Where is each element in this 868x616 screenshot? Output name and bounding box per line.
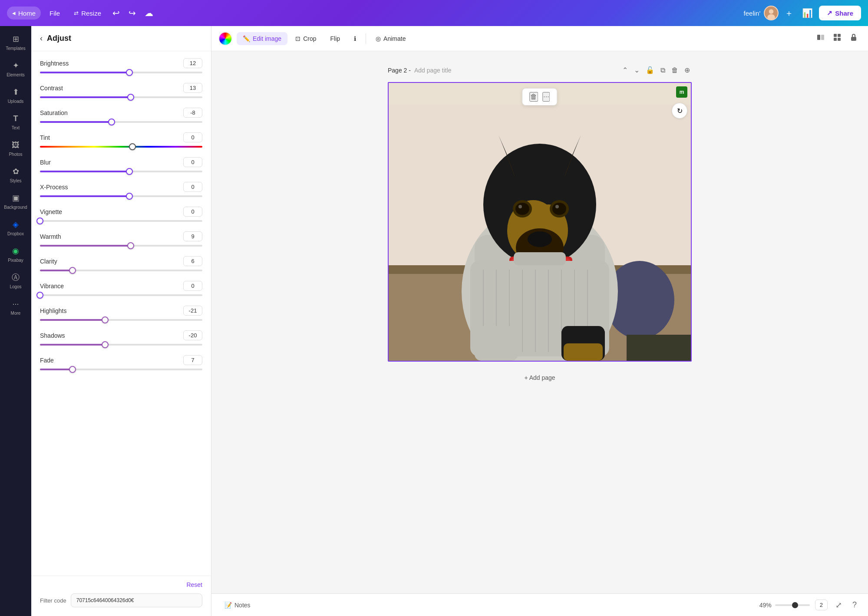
- svg-point-26: [552, 203, 566, 215]
- tint-value[interactable]: 0: [183, 132, 202, 142]
- xprocess-thumb[interactable]: [126, 193, 133, 200]
- position-button[interactable]: [813, 30, 828, 47]
- help-button[interactable]: ?: [850, 598, 859, 612]
- brightness-value[interactable]: 12: [183, 58, 202, 68]
- vignette-value[interactable]: 0: [183, 207, 202, 217]
- sidebar-item-styles[interactable]: ✿ Styles: [2, 162, 30, 188]
- warmth-value[interactable]: 9: [183, 231, 202, 241]
- fade-thumb[interactable]: [69, 366, 76, 373]
- page-down-button[interactable]: ⌄: [632, 64, 641, 76]
- contrast-slider-row: Contrast 13: [40, 83, 202, 98]
- undo-button[interactable]: ↩: [110, 5, 122, 21]
- zoom-thumb[interactable]: [792, 602, 798, 608]
- sidebar-item-text[interactable]: T Text: [2, 109, 30, 135]
- warmth-thumb[interactable]: [127, 242, 134, 249]
- vibrance-track[interactable]: [40, 294, 202, 296]
- clarity-value[interactable]: 6: [183, 256, 202, 266]
- reset-button[interactable]: Reset: [186, 581, 202, 588]
- brightness-label: Brightness: [40, 60, 69, 67]
- saturation-value[interactable]: -8: [183, 108, 202, 118]
- vibrance-value[interactable]: 0: [183, 281, 202, 291]
- blur-value[interactable]: 0: [183, 157, 202, 167]
- grid-button[interactable]: [830, 30, 845, 47]
- clarity-track[interactable]: [40, 270, 202, 271]
- page-title-input[interactable]: Add page title: [414, 67, 452, 74]
- more-label: More: [11, 311, 21, 316]
- contrast-track[interactable]: [40, 96, 202, 98]
- adjust-back-button[interactable]: ‹: [40, 34, 43, 43]
- redo-button[interactable]: ↪: [126, 5, 139, 21]
- adjust-panel: ‹ Adjust Brightness 12 Contrast 13: [31, 26, 211, 616]
- add-collaborator-button[interactable]: ＋: [782, 5, 796, 22]
- page-delete-button[interactable]: 🗑: [670, 65, 680, 76]
- share-button[interactable]: ↗ Share: [819, 6, 861, 20]
- notes-button[interactable]: 📝 Notes: [220, 599, 255, 611]
- tint-thumb[interactable]: [129, 143, 136, 150]
- page-lock-button[interactable]: 🔓: [644, 64, 656, 76]
- brightness-track[interactable]: [40, 72, 202, 73]
- zoom-slider-track[interactable]: [775, 604, 810, 606]
- vibrance-thumb[interactable]: [36, 292, 43, 299]
- delete-image-button[interactable]: 🗑: [529, 92, 538, 102]
- resize-button[interactable]: ⇄ Resize: [69, 7, 106, 20]
- canvas-image[interactable]: 🗑 ··· m ↻: [389, 83, 691, 361]
- save-cloud-button[interactable]: ☁: [142, 5, 156, 21]
- fade-track[interactable]: [40, 369, 202, 370]
- analytics-button[interactable]: 📊: [799, 5, 815, 21]
- refresh-button[interactable]: ↻: [672, 103, 687, 119]
- shadows-track[interactable]: [40, 344, 202, 346]
- saturation-thumb[interactable]: [108, 119, 115, 125]
- color-wheel[interactable]: [218, 32, 232, 46]
- adjust-header: ‹ Adjust: [31, 26, 211, 51]
- file-button[interactable]: File: [44, 7, 65, 20]
- sidebar-item-more[interactable]: ··· More: [2, 294, 30, 320]
- vignette-track[interactable]: [40, 220, 202, 222]
- flip-label: Flip: [330, 35, 340, 42]
- vignette-thumb[interactable]: [36, 217, 43, 224]
- contrast-thumb[interactable]: [127, 94, 134, 101]
- canvas-toolbar: ✏️ Edit image ⊡ Crop Flip ℹ ◎ Animate: [211, 26, 868, 51]
- tint-track[interactable]: [40, 146, 202, 148]
- sidebar-item-pixabay[interactable]: ◉ Pixabay: [2, 241, 30, 267]
- edit-image-icon: ✏️: [243, 35, 250, 42]
- tint-label: Tint: [40, 134, 50, 141]
- sidebar-item-templates[interactable]: ⊞ Templates: [2, 30, 30, 55]
- page-add-button[interactable]: ⊕: [683, 64, 692, 76]
- brightness-thumb[interactable]: [126, 69, 133, 76]
- user-avatar[interactable]: [764, 6, 779, 20]
- page-duplicate-button[interactable]: ⧉: [659, 65, 667, 76]
- highlights-track[interactable]: [40, 319, 202, 321]
- page-count-button[interactable]: 2: [815, 600, 828, 610]
- home-button[interactable]: ◂ Home: [7, 7, 41, 20]
- flip-button[interactable]: Flip: [324, 32, 347, 45]
- sidebar-item-photos[interactable]: 🖼 Photos: [2, 135, 30, 161]
- lock-button[interactable]: [846, 30, 861, 47]
- shadows-thumb[interactable]: [102, 341, 109, 348]
- info-button[interactable]: ℹ: [348, 32, 362, 45]
- edit-image-button[interactable]: ✏️ Edit image: [237, 32, 287, 45]
- animate-button[interactable]: ◎ Animate: [370, 32, 412, 45]
- sidebar-item-uploads[interactable]: ⬆ Uploads: [2, 82, 30, 108]
- add-page-bar[interactable]: + Add page: [388, 367, 692, 389]
- sidebar-item-logos[interactable]: Ⓐ Logos: [2, 268, 30, 293]
- crop-button[interactable]: ⊡ Crop: [289, 32, 322, 45]
- clarity-thumb[interactable]: [69, 267, 76, 274]
- more-options-button[interactable]: ···: [542, 92, 550, 102]
- xprocess-track[interactable]: [40, 195, 202, 197]
- warmth-track[interactable]: [40, 245, 202, 247]
- shadows-value[interactable]: -20: [183, 330, 202, 340]
- page-up-button[interactable]: ⌃: [620, 64, 630, 76]
- contrast-value[interactable]: 13: [183, 83, 202, 93]
- highlights-value[interactable]: -21: [183, 306, 202, 316]
- saturation-track[interactable]: [40, 121, 202, 123]
- blur-thumb[interactable]: [126, 168, 133, 175]
- expand-button[interactable]: ⤢: [833, 598, 845, 613]
- highlights-thumb[interactable]: [102, 316, 109, 323]
- blur-track[interactable]: [40, 171, 202, 172]
- fade-value[interactable]: 7: [183, 355, 202, 365]
- sidebar-item-background[interactable]: ▣ Background: [2, 188, 30, 214]
- sidebar-item-elements[interactable]: ✦ Elements: [2, 56, 30, 82]
- sidebar-item-dropbox[interactable]: ◈ Dropbox: [2, 215, 30, 240]
- filter-code-input[interactable]: [71, 593, 202, 607]
- xprocess-value[interactable]: 0: [183, 182, 202, 192]
